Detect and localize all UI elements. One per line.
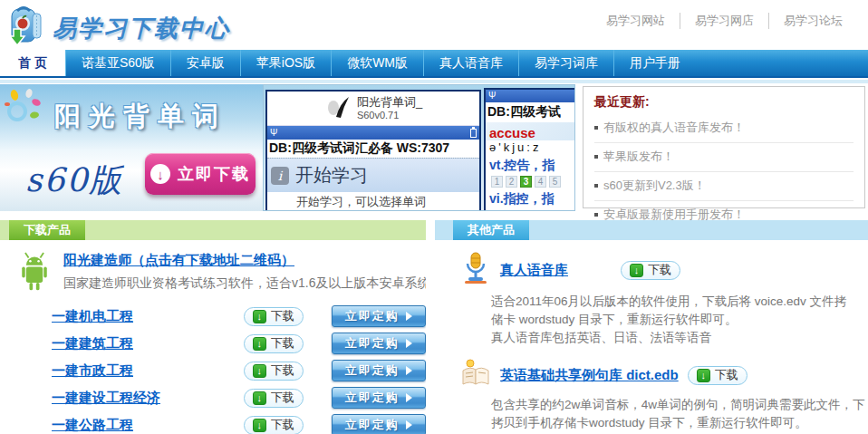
tab-other-products[interactable]: 其他产品 (453, 220, 529, 240)
bullet-icon (594, 184, 598, 188)
phone-screenshot-2: Ψ DB:四级考试 accuse ə'kju:z vt.控告，指 1 2 3 4… (484, 88, 575, 211)
nav-manual[interactable]: 用户手册 (613, 50, 696, 76)
download-arrow-icon: ↓ (253, 391, 266, 405)
battery-icon (470, 129, 477, 138)
download-button[interactable]: ↓ 下载 (244, 307, 304, 326)
nav-wm[interactable]: 微软WM版 (331, 50, 423, 76)
product-row: 一建建筑工程 ↓ 下载 立即定购 (0, 330, 426, 357)
download-products-section: 下载产品 阳光建造师（点击有下载地址二维码） 国家 (0, 220, 426, 434)
site-title: 易学习下载中心 (53, 13, 230, 44)
nav-home[interactable]: 首 页 (0, 50, 65, 76)
phone1-db-line: DB:四级考试词汇必备 WS:7307 (267, 140, 479, 158)
nav-android[interactable]: 安卓版 (170, 50, 240, 76)
download-button[interactable]: ↓ 下载 (244, 416, 304, 434)
voice-lib-link[interactable]: 真人语音库 (500, 262, 568, 279)
download-button[interactable]: ↓ 下载 (244, 334, 304, 353)
nav-voice-lib[interactable]: 真人语音库 (423, 50, 518, 76)
banner-download-button[interactable]: ↓ 立即下载 (145, 153, 256, 195)
order-now-button[interactable]: 立即定购 (332, 360, 426, 381)
order-now-button[interactable]: 立即定购 (332, 387, 426, 409)
bullet-icon (594, 126, 598, 130)
download-arrow-icon: ↓ (253, 364, 266, 378)
builder-app-desc: 国家建造师职业资格考试练习软件，适合v1.6及以上版本安卓系统 (63, 275, 426, 292)
other-product: 英语基础共享例句库 dict.edb ↓ 下载 包含共享的约2w单词音标，4w单… (435, 358, 868, 434)
signal-icon: Ψ (270, 129, 277, 138)
other-product-header: 真人语音库 ↓ 下载 (460, 251, 868, 289)
download-button[interactable]: ↓ 下载 (621, 261, 680, 280)
download-button[interactable]: ↓ 下载 (244, 389, 304, 408)
product-link[interactable]: 一建建设工程经济 (52, 390, 244, 407)
product-link[interactable]: 一建公路工程 (52, 417, 244, 434)
banner-title: 阳光背单词 (54, 99, 227, 135)
order-now-button[interactable]: 立即定购 (332, 414, 426, 434)
site-logo[interactable]: 易学习下载中心 (5, 4, 230, 53)
other-product-header: 英语基础共享例句库 dict.edb ↓ 下载 (460, 358, 868, 392)
nav-dict-lib[interactable]: 易学习词库 (518, 50, 613, 76)
product-link[interactable]: 一建市政工程 (52, 362, 244, 380)
chevron-right-icon (406, 312, 412, 321)
download-arrow-icon: ↓ (150, 164, 170, 184)
sentence-lib-desc: 包含共享的约2w单词音标，4w单词的例句，简明词典需要此文件，下 拷贝到手机存储… (491, 396, 868, 434)
page-number[interactable]: 2 (506, 176, 517, 188)
phone2-phonetic: ə'kju:z (486, 140, 575, 156)
product-row: 一建公路工程 ↓ 下载 立即定购 (0, 411, 426, 434)
nav-bottom-strip (0, 80, 868, 83)
tab-download-products[interactable]: 下载产品 (9, 220, 85, 240)
product-row: 一建建设工程经济 ↓ 下载 立即定购 (0, 384, 426, 411)
recent-updates-box: 最近更新: 有版权的真人语音库发布！ 苹果版发布！ s60更新到V2.3版！ 安… (583, 86, 865, 208)
promo-banner: 阳光背单词 s60版 ↓ 立即下载 (0, 84, 263, 211)
banner-edition: s60版 (25, 159, 123, 203)
phone1-header: 阳光背单词_ S60v0.71 (267, 92, 479, 126)
other-products-section: 其他产品 真人语音库 ↓ 下 (435, 220, 868, 434)
phone1-statusbar: Ψ (267, 126, 479, 140)
open-book-icon (460, 358, 491, 392)
download-arrow-icon: ↓ (697, 369, 710, 382)
updates-title: 最近更新: (594, 92, 854, 114)
microphone-icon (460, 251, 491, 289)
download-arrow-icon: ↓ (630, 264, 643, 277)
product-link[interactable]: 一建机电工程 (52, 308, 244, 325)
order-now-button[interactable]: 立即定购 (332, 333, 426, 354)
product-link[interactable]: 一建建筑工程 (52, 335, 244, 352)
android-robot-icon (14, 252, 54, 297)
other-product: 真人语音库 ↓ 下载 适合2011年06月以后版本的软件使用，下载后将 voic… (435, 251, 868, 347)
phone2-statusbar: Ψ (486, 90, 575, 102)
download-button[interactable]: ↓ 下载 (688, 366, 747, 385)
top-link-shop[interactable]: 易学习网店 (680, 13, 768, 29)
signal-icon: Ψ (488, 92, 496, 101)
update-item[interactable]: 苹果版发布！ (594, 143, 854, 172)
download-button[interactable]: ↓ 下载 (244, 362, 304, 381)
phone1-menu-sub: 开始学习，可以选择单词 (267, 192, 479, 210)
phone1-app-title: 阳光背单词_ S60v0.71 (357, 96, 422, 121)
bullet-icon (594, 155, 598, 159)
app-logo-icon (324, 94, 352, 123)
page-number-active[interactable]: 3 (520, 176, 532, 188)
page: 易学习下载中心 易学习网站 易学习网店 易学习论坛 首 页 诺基亚S60版 安卓… (0, 0, 868, 434)
update-item[interactable]: s60更新到V2.3版！ (594, 172, 854, 201)
download-products-strip: 下载产品 (0, 220, 426, 240)
sun-flower-icon (2, 88, 49, 133)
main-nav: 首 页 诺基亚S60版 安卓版 苹果iOS版 微软WM版 真人语音库 易学习词库… (0, 50, 868, 78)
nav-ios[interactable]: 苹果iOS版 (240, 50, 331, 76)
sentence-lib-link[interactable]: 英语基础共享例句库 dict.edb (500, 367, 679, 384)
other-products-strip: 其他产品 (435, 220, 868, 240)
update-item[interactable]: 有版权的真人语音库发布！ (594, 114, 854, 143)
top-link-forum[interactable]: 易学习论坛 (768, 13, 857, 29)
top-link-website[interactable]: 易学习网站 (592, 13, 680, 29)
product-row: 一建机电工程 ↓ 下载 立即定购 (0, 303, 426, 330)
page-number[interactable]: 1 (491, 176, 503, 188)
download-arrow-icon: ↓ (253, 419, 266, 432)
bullet-icon (594, 213, 598, 217)
builder-app-link[interactable]: 阳光建造师（点击有下载地址二维码） (63, 252, 294, 267)
chevron-right-icon (406, 366, 412, 375)
phone-screenshot-1: 阳光背单词_ S60v0.71 Ψ DB:四级考试词汇必备 WS:7307 i … (265, 90, 481, 211)
download-arrow-icon: ↓ (253, 310, 266, 323)
page-number[interactable]: 4 (535, 176, 546, 188)
backpack-download-icon (5, 4, 47, 53)
phone2-meaning-vi: vi.指控，指 (486, 189, 575, 207)
order-now-button[interactable]: 立即定购 (332, 305, 426, 327)
chevron-right-icon (406, 420, 412, 429)
page-number[interactable]: 5 (549, 176, 561, 188)
android-product-text: 阳光建造师（点击有下载地址二维码） 国家建造师职业资格考试练习软件，适合v1.6… (63, 252, 426, 297)
nav-nokia-s60[interactable]: 诺基亚S60版 (65, 50, 170, 76)
